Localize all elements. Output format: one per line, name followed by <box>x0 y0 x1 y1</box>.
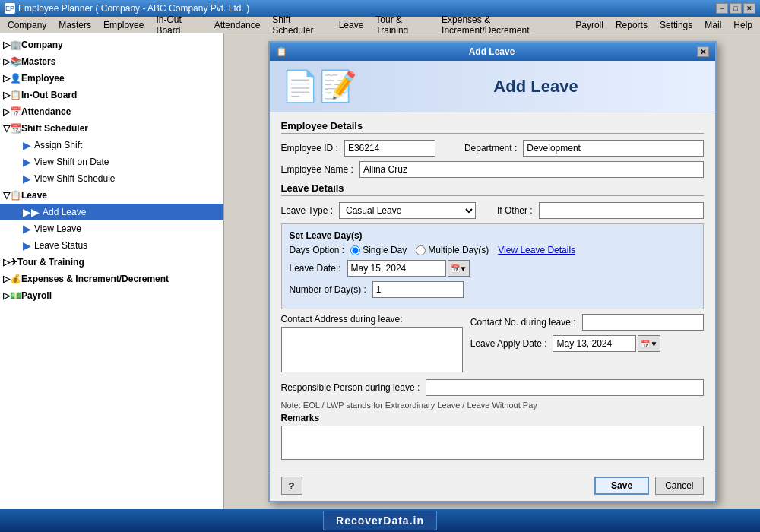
department-input[interactable] <box>523 140 703 157</box>
sidebar-item-expenses[interactable]: ▷ 💰 Expenses & Increment/Decrement <box>0 271 223 287</box>
footer-buttons: Save Cancel <box>594 477 703 495</box>
menu-employee[interactable]: Employee <box>97 18 150 32</box>
bullet-icon: ▶ <box>23 139 31 151</box>
set-leave-label: Set Leave Day(s) <box>290 230 695 241</box>
leave-details-label: Leave Details <box>281 182 704 196</box>
sidebar-item-leave-status[interactable]: ▶ Leave Status <box>0 237 223 254</box>
sidebar-item-view-leave[interactable]: ▶ View Leave <box>0 220 223 237</box>
single-day-label: Single Day <box>363 245 407 255</box>
masters-icon: 📚 <box>10 56 21 67</box>
app-title: Employee Planner ( Company - ABC Company… <box>18 3 249 14</box>
sidebar-label-employee: Employee <box>21 73 65 84</box>
menu-company[interactable]: Company <box>2 18 52 32</box>
contact-no-input[interactable] <box>582 314 704 331</box>
leave-date-input[interactable] <box>347 260 446 277</box>
sidebar-item-attendance[interactable]: ▷ 📅 Attendance <box>0 103 223 120</box>
sidebar-label-tour: Tour & Training <box>17 257 84 268</box>
menu-attendance[interactable]: Attendance <box>208 18 267 32</box>
inout-icon: 📋 <box>10 90 21 100</box>
leave-apply-date-input[interactable] <box>553 335 636 352</box>
sidebar-label-view-leave: View Leave <box>34 223 81 234</box>
help-button[interactable]: ? <box>281 477 302 495</box>
if-other-input[interactable] <box>539 202 704 219</box>
cancel-button[interactable]: Cancel <box>655 477 703 495</box>
multiple-day-radio[interactable] <box>416 245 426 255</box>
app-icon: EP <box>5 3 15 14</box>
remarks-input[interactable] <box>281 426 704 460</box>
brand-label: RecoverData.in <box>323 511 437 530</box>
company-icon: 🏢 <box>10 40 21 50</box>
sidebar-item-employee[interactable]: ▷ 👤 Employee <box>0 70 223 87</box>
employee-name-row: Employee Name : <box>281 161 704 178</box>
sidebar-item-leave[interactable]: ▽ 📋 Leave <box>0 187 223 204</box>
menu-masters[interactable]: Masters <box>52 18 97 32</box>
leave-apply-date-row: Leave Apply Date : 📅▼ <box>470 335 704 352</box>
sidebar-item-shift-scheduler[interactable]: ▽ 📆 Shift Scheduler <box>0 120 223 137</box>
bottom-bar: RecoverData.in <box>0 509 760 532</box>
leave-type-label: Leave Type : <box>281 205 334 216</box>
employee-id-row: Employee ID : Department : <box>281 140 704 157</box>
sidebar-item-tour-training[interactable]: ▷ ✈ Tour & Training <box>0 254 223 271</box>
leave-apply-date-picker: 📅▼ <box>553 335 660 352</box>
responsible-person-row: Responsible Person during leave : <box>281 379 704 396</box>
sidebar-item-masters[interactable]: ▷ 📚 Masters <box>0 53 223 70</box>
leave-type-select[interactable]: Casual Leave Medical Leave Earned Leave … <box>339 202 476 219</box>
dialog-body: Employee Details Employee ID : Departmen… <box>270 112 715 470</box>
sidebar-item-view-shift-schedule[interactable]: ▶ View Shift Schedule <box>0 170 223 187</box>
leave-date-calendar-button[interactable]: 📅▼ <box>448 260 470 277</box>
dialog-footer: ? Save Cancel <box>270 470 715 501</box>
sidebar-item-add-leave[interactable]: ▶▶ Add Leave <box>0 204 223 220</box>
employee-details-label: Employee Details <box>281 120 704 134</box>
bullet-icon: ▶▶ <box>23 206 40 218</box>
remarks-section: Remarks <box>281 413 704 462</box>
menu-reports[interactable]: Reports <box>610 18 654 32</box>
sidebar-label-attendance: Attendance <box>21 106 71 117</box>
apply-date-calendar-button[interactable]: 📅▼ <box>638 335 660 352</box>
contact-no-label: Contact No. during leave : <box>470 317 576 328</box>
single-day-option[interactable]: Single Day <box>350 245 407 255</box>
contact-no-area: Contact No. during leave : Leave Apply D… <box>470 314 704 375</box>
sidebar-label-leave: Leave <box>21 190 47 201</box>
single-day-radio[interactable] <box>350 245 360 255</box>
contact-address-input[interactable] <box>281 327 463 372</box>
menu-leave[interactable]: Leave <box>333 18 370 32</box>
sidebar-item-view-shift-date[interactable]: ▶ View Shift on Date <box>0 154 223 170</box>
menu-payroll[interactable]: Payroll <box>569 18 610 32</box>
view-leave-details-link[interactable]: View Leave Details <box>498 245 575 255</box>
bullet-icon: ▶ <box>23 223 31 235</box>
leave-type-row: Leave Type : Casual Leave Medical Leave … <box>281 202 704 219</box>
multiple-day-option[interactable]: Multiple Day(s) <box>416 245 489 255</box>
expand-icon: ▷ <box>3 40 10 50</box>
menu-bar: Company Masters Employee In-Out Board At… <box>0 17 760 33</box>
set-leave-days-box: Set Leave Day(s) Days Option : Single Da… <box>281 223 704 309</box>
minimize-button[interactable]: − <box>716 3 728 14</box>
expand-icon: ▷ <box>3 56 10 67</box>
maximize-button[interactable]: □ <box>730 3 742 14</box>
note-text: Note: EOL / LWP stands for Extraordinary… <box>281 401 704 410</box>
employee-id-input[interactable] <box>344 140 435 157</box>
sidebar-item-company[interactable]: ▷ 🏢 Company <box>0 36 223 53</box>
responsible-person-input[interactable] <box>426 379 703 396</box>
dialog-close-button[interactable]: ✕ <box>697 46 709 57</box>
close-button[interactable]: ✕ <box>743 3 755 14</box>
menu-mail[interactable]: Mail <box>698 18 727 32</box>
contact-section: Contact Address during leave: Contact No… <box>281 314 704 375</box>
employee-name-input[interactable] <box>359 161 704 178</box>
sidebar-item-inout[interactable]: ▷ 📋 In-Out Board <box>0 87 223 103</box>
shift-icon: 📆 <box>10 123 21 134</box>
expand-icon: ▽ <box>3 123 10 134</box>
payroll-icon: 💵 <box>10 290 21 301</box>
responsible-person-label: Responsible Person during leave : <box>281 382 420 393</box>
menu-settings[interactable]: Settings <box>654 18 698 32</box>
content-area: 📋 Add Leave ✕ 📄📝 Add Leave Employee Deta… <box>224 33 760 509</box>
save-button[interactable]: Save <box>594 477 649 495</box>
leave-apply-date-label: Leave Apply Date : <box>470 338 547 349</box>
sidebar-item-payroll[interactable]: ▷ 💵 Payroll <box>0 287 223 304</box>
menu-help[interactable]: Help <box>727 18 758 32</box>
number-days-input[interactable] <box>372 281 464 298</box>
expand-icon: ▷ <box>3 290 10 301</box>
dialog-title-icon: 📋 <box>276 46 287 57</box>
remarks-label: Remarks <box>281 413 704 423</box>
sidebar-item-assign-shift[interactable]: ▶ Assign Shift <box>0 137 223 154</box>
days-option-group: Single Day Multiple Day(s) View Leave De… <box>350 245 575 255</box>
